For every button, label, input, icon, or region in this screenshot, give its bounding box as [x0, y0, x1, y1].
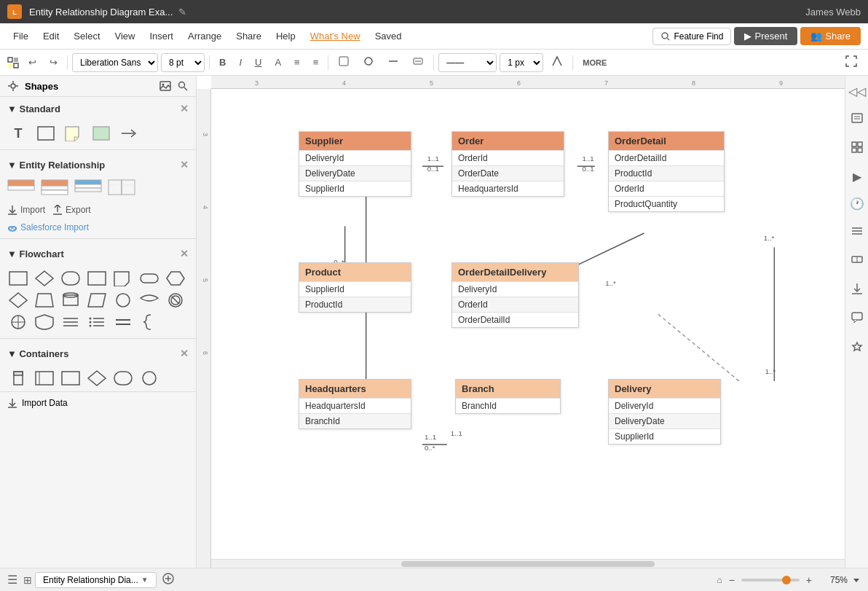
fill-button[interactable] [333, 52, 355, 72]
fc-shape-cylinder[interactable] [60, 291, 82, 309]
cont-shape-circle2[interactable] [138, 369, 160, 387]
fc-shape-trap[interactable] [33, 291, 55, 309]
fc-shape-rect[interactable] [7, 270, 29, 287]
bold-button[interactable]: B [214, 54, 231, 71]
horizontal-scrollbar[interactable] [211, 559, 845, 568]
edit-title-icon[interactable]: ✎ [178, 7, 186, 17]
flowchart-close[interactable]: ✕ [180, 248, 189, 259]
menu-whats-new[interactable]: What's New [304, 28, 366, 44]
rp-layers-icon[interactable] [848, 221, 867, 243]
fc-shape-stopp[interactable] [165, 291, 186, 309]
zoom-minus-button[interactable]: − [727, 574, 737, 586]
zoom-plus-button[interactable]: + [804, 574, 814, 586]
fc-shape-round2[interactable] [138, 270, 160, 287]
fc-shape-round-rect[interactable] [60, 270, 82, 287]
er-section-header[interactable]: ▼ Entity Relationship ✕ [0, 153, 196, 176]
rp-grid-icon[interactable] [848, 138, 867, 160]
cont-shape-round3[interactable] [112, 369, 134, 387]
export-button[interactable]: Export [52, 205, 91, 215]
menu-help[interactable]: Help [270, 28, 301, 44]
add-page-button[interactable] [159, 573, 177, 587]
fc-shape-rect2[interactable] [86, 270, 108, 287]
font-size-selector[interactable]: 8 pt [161, 53, 205, 72]
fc-shape-diamond2[interactable] [7, 291, 29, 309]
shape-rect[interactable] [35, 125, 57, 142]
menu-view[interactable]: View [109, 28, 141, 44]
zoom-slider-thumb[interactable] [782, 576, 791, 584]
orderdetaildelivery-table[interactable]: OrderDetailDelivery DeliveryId OrderId O… [451, 262, 579, 328]
import-data-row[interactable]: Import Data [0, 391, 196, 414]
underline-button[interactable]: U [250, 54, 267, 71]
import-button[interactable]: Import [7, 205, 45, 215]
fullscreen-button[interactable] [840, 52, 862, 72]
align-button[interactable]: ≡ [308, 54, 324, 71]
rp-settings-icon[interactable] [848, 337, 867, 359]
page-tab-dropdown[interactable]: ▼ [141, 576, 149, 584]
list-view-icon[interactable]: ☰ [7, 573, 17, 587]
image-icon[interactable] [159, 80, 171, 92]
stroke-button[interactable] [382, 52, 404, 72]
menu-select[interactable]: Select [68, 28, 106, 44]
fc-shape-circle[interactable] [112, 291, 134, 309]
fc-shape-para[interactable] [86, 291, 108, 309]
fc-shape-diamond[interactable] [33, 270, 55, 287]
shape-text[interactable]: T [7, 125, 29, 142]
cont-shape-swim[interactable] [33, 369, 55, 387]
redo-button[interactable]: ↪ [44, 54, 63, 71]
diagram-canvas[interactable]: 3 4 5 6 7 8 9 3 4 5 6 [197, 76, 845, 568]
undo-button[interactable]: ↩ [23, 54, 42, 71]
er-close[interactable]: ✕ [180, 159, 189, 171]
shape-arrow[interactable] [118, 125, 140, 142]
rp-clock-icon[interactable]: 🕐 [847, 194, 867, 214]
er-shape-2[interactable] [41, 179, 68, 197]
cont-shape-diamond3[interactable] [86, 369, 108, 387]
er-diagram-canvas[interactable]: 1..1 0..1 0..* 1..1 0..1 1..* 0..* 1..* … [211, 89, 845, 568]
rp-pages-icon[interactable] [848, 109, 867, 130]
zoom-slider[interactable] [741, 579, 800, 582]
font-color-button[interactable]: A [269, 54, 286, 71]
menu-file[interactable]: File [7, 28, 34, 44]
rp-format-icon[interactable] [848, 250, 867, 272]
menu-arrange[interactable]: Arrange [182, 28, 227, 44]
orderdetail-table[interactable]: OrderDetail OrderDetailId ProductId Orde… [608, 131, 725, 212]
er-shape-3[interactable] [74, 179, 102, 197]
product-table[interactable]: Product SupplierId ProductId [299, 262, 411, 313]
font-selector[interactable]: Liberation Sans [72, 53, 158, 72]
containers-section-header[interactable]: ▼ Containers ✕ [0, 342, 196, 365]
present-button[interactable]: ▶ Present [734, 27, 797, 45]
menu-edit[interactable]: Edit [37, 28, 65, 44]
er-shape-4[interactable] [108, 179, 135, 197]
page-tab-er[interactable]: Entity Relationship Dia... ▼ [35, 572, 157, 588]
zoom-dropdown-icon[interactable] [852, 576, 861, 584]
salesforce-button[interactable]: Salesforce Import [7, 222, 189, 232]
branch-table[interactable]: Branch BranchId [455, 379, 561, 414]
rp-expand-icon[interactable]: ◁◁ [845, 82, 869, 101]
connector-button[interactable] [546, 52, 568, 72]
fc-shape-xor[interactable] [7, 313, 29, 331]
cont-shape-rect3[interactable] [60, 369, 82, 387]
containers-close[interactable]: ✕ [180, 348, 189, 359]
home-zoom-icon[interactable]: ⌂ [717, 575, 722, 585]
shape-colored-rect[interactable] [90, 125, 112, 142]
fc-shape-shield[interactable] [33, 313, 55, 331]
fc-shape-curly[interactable] [138, 313, 160, 331]
more-button[interactable]: MORE [577, 55, 612, 70]
order-table[interactable]: Order OrderId OrderDate HeadquartersId [451, 131, 564, 197]
search-shapes-icon[interactable] [177, 80, 189, 92]
supplier-table[interactable]: Supplier DeliveryId DeliveryDate Supplie… [299, 131, 411, 197]
headquarters-table[interactable]: Headquarters HeadquartersId BranchId [299, 379, 411, 429]
line-style-selector[interactable]: —— [438, 53, 497, 72]
fc-shape-banner[interactable] [138, 291, 160, 309]
standard-close[interactable]: ✕ [180, 103, 189, 114]
format-button[interactable] [407, 52, 429, 72]
fc-shape-note[interactable] [112, 270, 134, 287]
fc-shape-list[interactable] [60, 313, 82, 331]
align-left-button[interactable]: ≡ [289, 54, 305, 71]
menu-share[interactable]: Share [230, 28, 267, 44]
fc-shape-list2[interactable] [86, 313, 108, 331]
grid-view-icon[interactable]: ⊞ [23, 574, 32, 586]
er-shape-1[interactable] [7, 179, 35, 197]
rp-chat-icon[interactable] [848, 308, 867, 330]
delivery-table[interactable]: Delivery DeliveryId DeliveryDate Supplie… [608, 379, 721, 445]
line-width-selector[interactable]: 1 px [500, 53, 543, 72]
